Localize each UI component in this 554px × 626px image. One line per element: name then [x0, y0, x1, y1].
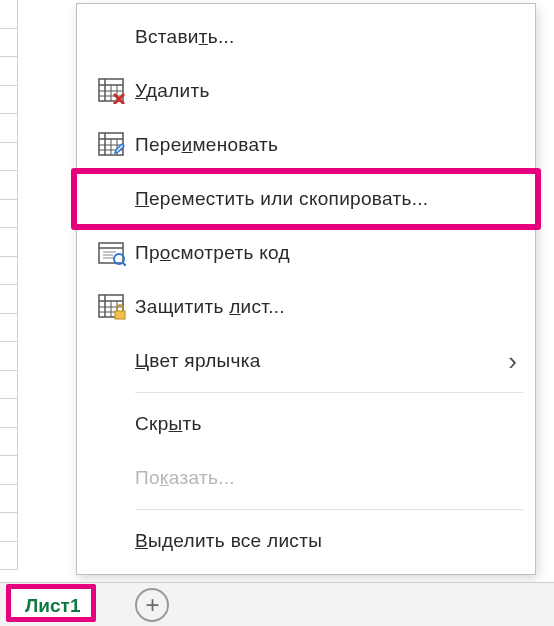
menu-item-label: Показать... [135, 467, 517, 489]
delete-sheet-icon [89, 78, 135, 104]
menu-item-label: Вставить... [135, 26, 517, 48]
menu-item-label: Удалить [135, 80, 517, 102]
menu-item-label: Защитить лист... [135, 296, 517, 318]
sheet-tab-active[interactable]: Лист1 [10, 588, 95, 621]
menu-item-view-code[interactable]: Просмотреть код [77, 226, 535, 280]
view-code-icon [89, 240, 135, 266]
menu-item-label: Выделить все листы [135, 530, 517, 552]
svg-rect-14 [99, 243, 123, 263]
sheet-context-menu: Вставить... Удалить [76, 3, 536, 575]
menu-item-move-copy[interactable]: Переместить или скопировать... [77, 172, 535, 226]
svg-line-20 [122, 262, 126, 266]
protect-sheet-icon [89, 294, 135, 320]
separator [135, 509, 523, 510]
add-sheet-button[interactable]: + [135, 588, 169, 622]
menu-item-hide[interactable]: Скрыть [77, 397, 535, 451]
sheet-tab-bar: Лист1 + [0, 582, 554, 626]
menu-item-insert[interactable]: Вставить... [77, 10, 535, 64]
menu-item-label: Переместить или скопировать... [135, 188, 517, 210]
rename-sheet-icon [89, 132, 135, 158]
menu-item-show: Показать... [77, 451, 535, 505]
menu-item-label: Скрыть [135, 413, 517, 435]
menu-item-rename[interactable]: Переименовать [77, 118, 535, 172]
menu-item-tab-color[interactable]: Цвет ярлычка › [77, 334, 535, 388]
menu-item-select-all[interactable]: Выделить все листы [77, 514, 535, 568]
svg-rect-28 [115, 311, 125, 319]
row-gutter [0, 0, 18, 570]
menu-item-label: Просмотреть код [135, 242, 517, 264]
menu-item-label: Цвет ярлычка [135, 350, 508, 372]
menu-item-protect[interactable]: Защитить лист... [77, 280, 535, 334]
plus-icon: + [145, 593, 159, 617]
menu-item-label: Переименовать [135, 134, 517, 156]
separator [135, 392, 523, 393]
chevron-right-icon: › [508, 346, 517, 377]
menu-item-delete[interactable]: Удалить [77, 64, 535, 118]
